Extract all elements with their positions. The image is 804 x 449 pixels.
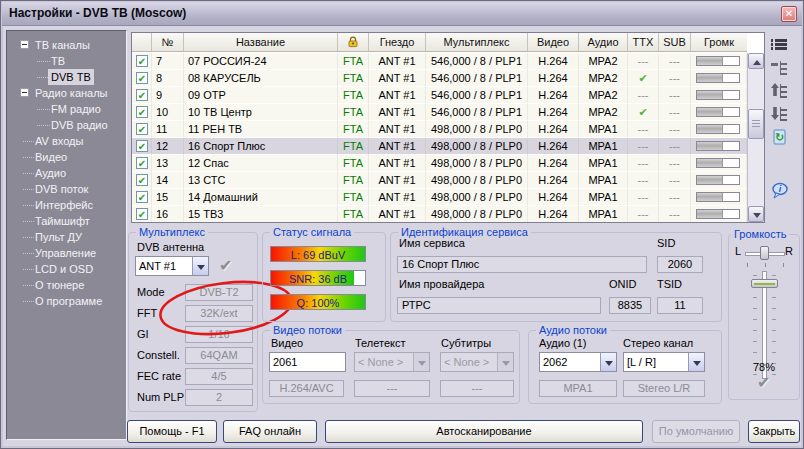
sidebar-item-label[interactable]: О тюнере [35,277,84,293]
channel-checkbox[interactable]: ✔ [132,206,152,222]
table-row[interactable]: ✔ 7 07 РОССИЯ-24 FTA ANT #1 546,000 / 8 … [132,53,747,70]
title-bar[interactable]: Настройки - DVB ТВ (Moscow) ✕ [2,2,802,26]
move-up-icon[interactable] [771,83,788,100]
table-row[interactable]: ✔ 10 10 ТВ Центр FTA ANT #1 546,000 / 8 … [132,104,747,121]
sidebar-item[interactable]: FM радио [7,101,126,117]
header-lock[interactable] [338,33,369,51]
chevron-down-icon[interactable] [688,353,704,371]
sidebar-item[interactable]: Видео [7,149,126,165]
scroll-thumb[interactable] [748,109,764,139]
volume-confirm-icon[interactable]: ✔ [757,373,770,392]
sidebar-item[interactable]: О тюнере [7,277,126,293]
close-dialog-button[interactable]: Закрыть [748,420,800,443]
vertical-scrollbar[interactable] [747,53,764,222]
channel-checkbox[interactable]: ✔ [132,87,152,104]
sidebar-item[interactable]: Радио каналы [7,85,126,101]
header-mux[interactable]: Мультиплекс [426,33,528,51]
sidebar-item-label[interactable]: Управление [35,245,96,261]
video-pid-input[interactable]: 2061 [269,352,346,372]
table-row[interactable]: ✔ 15 14 Домашний FTA ANT #1 498,000 / 8 … [132,189,747,206]
sidebar-item[interactable]: AV входы [7,133,126,149]
sidebar-item-label[interactable]: Радио каналы [35,85,108,101]
channel-checkbox[interactable]: ✔ [132,189,152,206]
sidebar-item[interactable]: DVB радио [7,117,126,133]
sidebar-item[interactable]: DVB ТВ [7,69,126,85]
table-header[interactable]: № Название Гнездо Мультиплекс Видео Ауди… [132,33,747,52]
table-row[interactable]: ✔ 13 12 Спас FTA ANT #1 498,000 / 8 / PL… [132,155,747,172]
antenna-confirm-icon[interactable]: ✔ [219,256,232,275]
sidebar-item[interactable]: Пульт ДУ [7,229,126,245]
sidebar-item-label[interactable]: ТВ [51,53,65,69]
balance-thumb[interactable] [760,246,769,260]
audio-pid-select[interactable]: 2062 [539,352,617,372]
header-name[interactable]: Название [184,33,338,51]
sidebar-item[interactable]: Аудио [7,165,126,181]
close-button[interactable]: ✕ [781,6,797,22]
table-row[interactable]: ✔ 11 11 РЕН ТВ FTA ANT #1 498,000 / 8 / … [132,121,747,138]
sidebar-item-label[interactable]: FM радио [51,101,101,117]
sidebar-item[interactable]: ТВ [7,53,126,69]
sidebar-item-label[interactable]: DVB поток [35,181,88,197]
sidebar-item-label[interactable]: Интерфейс [35,197,93,213]
channel-checkbox[interactable]: ✔ [132,172,152,189]
sidebar-item-label[interactable]: Аудио [35,165,66,181]
header-checkbox[interactable] [132,33,152,51]
channel-number: 12 [152,138,184,155]
info-icon[interactable]: i [771,182,788,199]
table-row[interactable]: ✔ 14 13 СТС FTA ANT #1 498,000 / 8 / PLP… [132,172,747,189]
tree-collapse-icon[interactable] [20,88,29,97]
rescan-icon[interactable]: ↻ [771,129,788,146]
header-vol[interactable]: Громк [691,33,747,51]
sidebar-item[interactable]: Интерфейс [7,197,126,213]
sidebar-item-label[interactable]: LCD и OSD [35,261,93,277]
mux-param-value: 1/16 [185,326,253,343]
sidebar-item[interactable]: ТВ каналы [7,37,126,53]
sidebar-item-label[interactable]: DVB ТВ [48,69,94,85]
channel-video-codec: H.264 [528,155,579,172]
sidebar-item-label[interactable]: О программе [35,293,102,309]
stereo-select[interactable]: [L / R] [623,352,705,372]
channel-checkbox[interactable]: ✔ [132,121,152,138]
sidebar-item-label[interactable]: AV входы [35,133,83,149]
volume-thumb[interactable] [751,279,778,288]
move-down-icon[interactable] [771,106,788,123]
autoscan-button[interactable]: Автосканирование [325,420,643,443]
channel-list-icon[interactable] [771,37,788,54]
table-row[interactable]: ✔ 12 16 Спорт Плюс FTA ANT #1 498,000 / … [132,138,747,155]
header-video[interactable]: Видео [528,33,579,51]
header-sub[interactable]: SUB [659,33,691,51]
channel-checkbox[interactable]: ✔ [132,155,152,172]
sidebar-item[interactable]: Таймшифт [7,213,126,229]
table-row[interactable]: ✔ 8 08 КАРУСЕЛЬ FTA ANT #1 546,000 / 8 /… [132,70,747,87]
antenna-select[interactable]: ANT #1 [135,256,209,276]
tree-connector [23,189,34,190]
header-audio[interactable]: Аудио [579,33,628,51]
help-button[interactable]: Помощь - F1 [127,420,217,443]
chevron-down-icon[interactable] [192,257,208,275]
sidebar-item[interactable]: DVB поток [7,181,126,197]
sidebar-item-label[interactable]: Видео [35,149,67,165]
scroll-down-button[interactable] [748,206,764,222]
header-ttx[interactable]: TTX [628,33,659,51]
faq-button[interactable]: FAQ онлайн [223,420,317,443]
channel-checkbox[interactable]: ✔ [132,138,152,155]
scroll-up-button[interactable] [748,53,764,69]
sidebar-item[interactable]: LCD и OSD [7,261,126,277]
table-row[interactable]: ✔ 16 15 ТВ3 FTA ANT #1 498,000 / 8 / PLP… [132,206,747,222]
tree-collapse-icon[interactable] [20,40,29,49]
sidebar-item[interactable]: О программе [7,293,126,309]
header-socket[interactable]: Гнездо [369,33,426,51]
table-row[interactable]: ✔ 9 09 ОТР FTA ANT #1 546,000 / 8 / PLP1… [132,87,747,104]
channel-checkbox[interactable]: ✔ [132,104,152,121]
channel-checkbox[interactable]: ✔ [132,70,152,87]
chevron-down-icon[interactable] [600,353,616,371]
sidebar-item-label[interactable]: DVB радио [51,117,108,133]
header-num[interactable]: № [152,33,184,51]
sidebar-item-label[interactable]: ТВ каналы [35,37,90,53]
remove-channel-icon[interactable] [771,60,788,77]
channel-checkbox[interactable]: ✔ [132,53,152,70]
sidebar-item[interactable]: Управление [7,245,126,261]
sidebar-item-label[interactable]: Пульт ДУ [35,229,82,245]
sidebar-tree[interactable]: ТВ каналыТВDVB ТВРадио каналыFM радиоDVB… [6,30,127,440]
sidebar-item-label[interactable]: Таймшифт [35,213,90,229]
